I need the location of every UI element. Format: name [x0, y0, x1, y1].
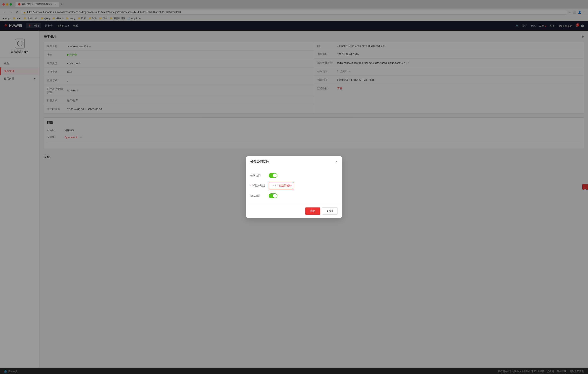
confirm-button[interactable]: 确定 — [305, 208, 320, 215]
public-access-toggle[interactable] — [269, 173, 277, 178]
ssl-toggle-knob — [273, 194, 277, 198]
modal-public-label: 公网访问 — [250, 174, 266, 177]
create-elastic-ip-link[interactable]: 创建弹性IP — [279, 184, 292, 187]
modal-ip-label: * 弹性IP地址 — [250, 184, 266, 187]
modal-public-access-row: 公网访问 — [250, 171, 338, 180]
modal-ssl-row: SSL加密 — [250, 191, 338, 200]
ip-select-container: ▾ ↻ 创建弹性IP — [269, 182, 294, 189]
modal-overlay: 修改公网访问 ✕ 公网访问 * 弹性IP地址 — [0, 0, 588, 374]
toggle-knob — [273, 174, 277, 177]
modal-title: 修改公网访问 — [250, 160, 269, 164]
modal-header: 修改公网访问 ✕ — [246, 156, 342, 167]
modal-dialog: 修改公网访问 ✕ 公网访问 * 弹性IP地址 — [246, 156, 342, 218]
modal-ip-label-text: 弹性IP地址 — [252, 184, 265, 187]
ssl-toggle[interactable] — [269, 193, 277, 198]
modal-close-button[interactable]: ✕ — [335, 160, 338, 164]
modal-ip-row: * 弹性IP地址 ▾ ↻ 创建弹性IP — [250, 180, 338, 191]
modal-body: 公网访问 * 弹性IP地址 ▾ ↻ 创建弹性IP — [246, 167, 342, 204]
refresh-ip-icon[interactable]: ↻ — [275, 184, 277, 187]
modal-ssl-label: SSL加密 — [250, 194, 266, 198]
cancel-button[interactable]: 取消 — [322, 208, 338, 215]
select-chevron-icon: ▾ — [273, 184, 273, 187]
required-asterisk: * — [250, 184, 251, 187]
modal-footer: 确定 取消 — [246, 204, 342, 218]
